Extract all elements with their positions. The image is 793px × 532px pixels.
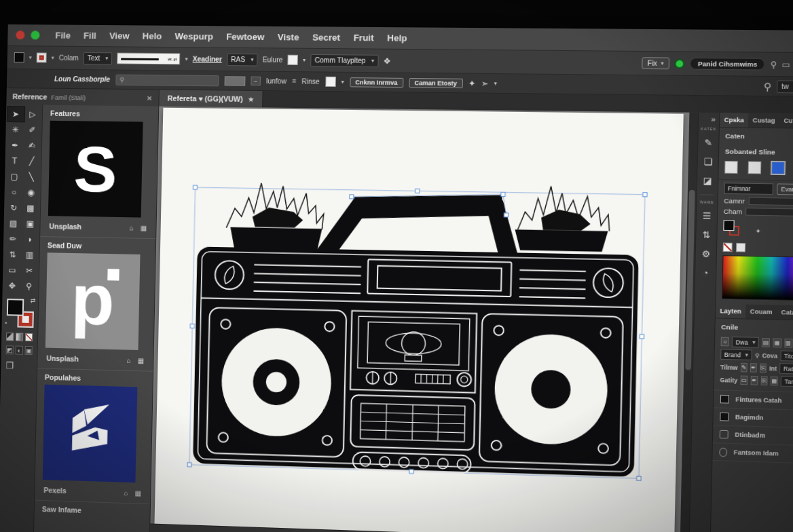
card-icon[interactable]: ▭ — [741, 375, 748, 385]
card-icon[interactable]: ▭ — [782, 60, 791, 70]
menu-helo[interactable]: Helo — [143, 31, 162, 41]
canvas[interactable]: ▾ — [150, 107, 698, 532]
search-icon[interactable]: ⚲ — [770, 59, 777, 69]
menu-file[interactable]: File — [55, 31, 71, 41]
tab-cpska[interactable]: Cpska — [720, 113, 748, 127]
menu-help[interactable]: Help — [387, 33, 407, 43]
chevron-down-icon[interactable]: ▾ — [494, 80, 497, 86]
close-icon[interactable]: ✕ — [147, 94, 153, 102]
zoom-window-button[interactable] — [31, 31, 39, 39]
menu-viste[interactable]: Viste — [278, 32, 299, 42]
swatches-panel-icon[interactable]: ❏ — [703, 156, 712, 167]
search-icon[interactable]: ⚲ — [754, 352, 759, 359]
house-icon[interactable]: ⌂ — [124, 489, 128, 496]
gradient-button[interactable] — [16, 332, 23, 341]
magic-wand-tool[interactable]: ✳ — [7, 122, 24, 137]
none-swatch[interactable] — [723, 243, 733, 252]
pen-icon[interactable]: ✒ — [750, 363, 757, 373]
artboard[interactable] — [154, 108, 683, 532]
brush-icon[interactable]: ✎ — [741, 363, 748, 373]
fill-stroke-mini[interactable]: ✦ — [723, 220, 745, 238]
screen-mode-icon[interactable]: ❐ — [5, 360, 32, 371]
cursor-icon[interactable]: ➣ — [481, 79, 489, 88]
brushes-panel-icon[interactable]: ✎ — [704, 137, 712, 148]
preset-dropdown[interactable]: Fnimnar — [724, 183, 773, 195]
eyedropper-tool[interactable]: ✏ — [4, 231, 21, 246]
pen-icon[interactable]: ✒ — [750, 376, 758, 385]
appearance-panel-icon[interactable]: ◔ — [703, 267, 709, 278]
action-button[interactable]: Evamdlato — [777, 183, 793, 195]
fill-swatch[interactable] — [7, 299, 24, 316]
pen-tool[interactable]: ✒ — [6, 138, 23, 153]
shear-tool[interactable]: ▨ — [5, 216, 22, 231]
tame-dropdown[interactable]: Tame ▾ — [781, 376, 793, 387]
titotta-dropdown[interactable]: Titotta ▾ — [780, 350, 793, 362]
tab-cutann[interactable]: Cutann — [779, 113, 793, 128]
libraries-panel-icon[interactable]: ◪ — [703, 175, 712, 186]
hand-tool[interactable]: ✥ — [3, 278, 20, 294]
reference-image-blue[interactable] — [43, 385, 138, 483]
checklist-item[interactable]: Fantsom Idam — [712, 443, 793, 463]
color-spectrum[interactable] — [722, 255, 793, 301]
grid-icon[interactable]: ▦ — [771, 377, 778, 386]
none-button[interactable] — [25, 333, 33, 341]
thumbnail-icon[interactable]: ▤ — [762, 338, 770, 347]
document-tab[interactable]: Refereta ♥ (GG)(VUW) ★ — [159, 90, 263, 107]
reference-image-p[interactable]: p — [45, 252, 141, 350]
draw-behind-icon[interactable]: ◐ — [16, 345, 23, 354]
thumbnail-icon[interactable]: ▥ — [784, 339, 792, 348]
menu-view[interactable]: View — [109, 31, 130, 41]
curvature-tool[interactable]: ✍ — [23, 138, 40, 153]
minus-box-icon[interactable]: – — [251, 77, 261, 86]
source-label[interactable]: Unsplash — [49, 222, 81, 231]
chevron-down-icon[interactable]: ▾ — [185, 56, 188, 62]
stroke-link[interactable]: Xeadiner — [193, 55, 222, 63]
fill-swatch[interactable] — [723, 220, 734, 231]
layers-panel-icon[interactable]: ☰ — [703, 210, 712, 221]
slice-tool[interactable]: ✂ — [20, 263, 37, 279]
menu-fruit[interactable]: Fruit — [353, 33, 373, 43]
grid-icon[interactable]: ▦ — [141, 224, 147, 231]
tab-custag[interactable]: Custag — [748, 113, 779, 128]
menu-secret[interactable]: Secret — [312, 32, 340, 43]
color-swatch[interactable] — [325, 77, 336, 87]
zoom-tool[interactable]: ⚲ — [20, 279, 37, 294]
fill-color-swatch[interactable] — [14, 52, 24, 62]
fill-stroke-widget[interactable]: ⇄ ▪ — [6, 299, 34, 328]
page-icon[interactable]: ⎘ — [760, 363, 767, 373]
grid-icon[interactable]: ▦ — [138, 357, 145, 364]
options-button-b[interactable]: Caman Etosty — [409, 77, 463, 88]
style-dropdown[interactable]: Text ▾ — [84, 52, 113, 64]
chevron-down-icon[interactable]: ▾ — [303, 57, 306, 63]
gradient-tool[interactable]: ▣ — [22, 216, 39, 231]
default-fill-stroke-icon[interactable]: ▪ — [5, 320, 7, 326]
house-icon[interactable]: ⌂ — [126, 356, 130, 364]
type-tool[interactable]: T — [6, 153, 23, 168]
selection-tool[interactable]: ➤ — [7, 107, 24, 121]
blend-tool[interactable]: ◗ — [21, 232, 38, 248]
properties-panel-icon[interactable]: ⇅ — [702, 229, 710, 240]
graph-tool[interactable]: ▥ — [21, 248, 38, 263]
grid-icon[interactable]: ▦ — [135, 489, 142, 497]
stroke-width-dropdown[interactable]: wt. pt — [117, 52, 180, 64]
chevron-down-icon[interactable]: ▾ — [52, 55, 54, 61]
symbol-tool[interactable]: ⇅ — [4, 247, 21, 262]
tab-couam[interactable]: Couam — [745, 305, 777, 320]
white-swatch[interactable] — [736, 243, 745, 252]
house-icon[interactable]: ⌂ — [130, 224, 134, 231]
direct-selection-tool[interactable]: ▷ — [24, 107, 41, 121]
pencil-tool[interactable]: ╲ — [22, 169, 39, 184]
shape-icon[interactable]: ○ — [721, 337, 729, 347]
menu-wespurp[interactable]: Wespurp — [174, 31, 213, 42]
brand-dropdown[interactable]: Brand ▾ — [720, 349, 752, 360]
shape-dropdown[interactable]: Dwa ▾ — [732, 337, 759, 348]
rectangle-tool[interactable]: ▢ — [5, 169, 22, 184]
menu-fill[interactable]: Fill — [84, 31, 96, 41]
units-dropdown[interactable]: RAS ▾ — [227, 53, 258, 66]
menu-fewtoew[interactable]: Fewtoew — [226, 31, 264, 42]
symbols-panel-icon[interactable]: ⚙ — [701, 248, 710, 259]
flyout-icon[interactable]: ❖ — [383, 56, 390, 65]
swatch-white-1[interactable] — [724, 161, 738, 174]
tab-catalog[interactable]: Catalog — [777, 305, 793, 320]
close-window-button[interactable] — [16, 31, 24, 39]
